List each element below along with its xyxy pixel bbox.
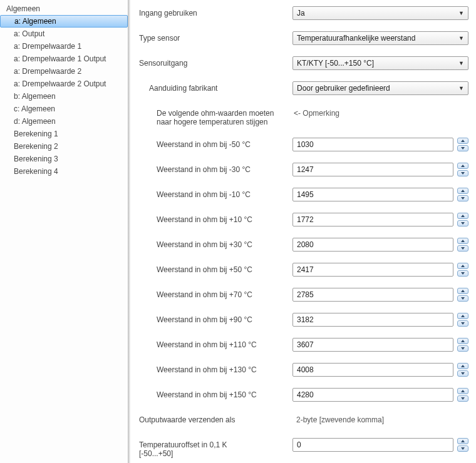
spinner-down-button[interactable] (457, 445, 468, 452)
label-resistance: Weerstand in ohm bij +50 °C (139, 263, 292, 274)
input-resistance[interactable]: 1772 (292, 213, 453, 226)
spinner-resistance (457, 213, 468, 226)
dropdown-value: Ja (297, 9, 305, 18)
chevron-down-icon: ▼ (458, 60, 464, 66)
spinner-up-button[interactable] (457, 213, 468, 219)
dropdown-sensoruitgang[interactable]: KT/KTY [-50...+150 °C] ▼ (292, 56, 468, 70)
resistance-row: Weerstand in ohm bij +130 °C4008 (139, 363, 468, 377)
sidebar-item[interactable]: a: Drempelwaarde 1 (0, 40, 128, 53)
sidebar-item[interactable]: Berekening 3 (0, 153, 128, 165)
spinner-resistance (457, 338, 468, 352)
resistance-row: Weerstand in ohm bij +50 °C2417 (139, 263, 468, 277)
label-resistance: Weerstand in ohm bij +10 °C (139, 213, 292, 224)
sidebar-item[interactable]: a: Drempelwaarde 2 (0, 65, 128, 78)
sidebar-item[interactable]: a: Drempelwaarde 1 Output (0, 53, 128, 65)
sidebar-item[interactable]: Algemeen (0, 3, 128, 15)
label-resistance: Weerstand in ohm bij +150 °C (139, 388, 292, 399)
spinner-down-button[interactable] (457, 320, 468, 327)
sidebar: Algemeena: Algemeena: Outputa: Drempelwa… (0, 0, 128, 463)
label-offset: Temperatuuroffset in 0,1 K [-50...+50] (139, 438, 292, 458)
input-resistance[interactable]: 3182 (292, 313, 453, 327)
spinner-down-button[interactable] (457, 395, 468, 402)
spinner-up-button[interactable] (457, 438, 468, 444)
dropdown-type-sensor[interactable]: Temperatuurafhankelijke weerstand ▼ (292, 31, 468, 45)
spinner-up-button[interactable] (457, 363, 468, 369)
label-ingang: Ingang gebruiken (139, 6, 292, 18)
resistance-row: Weerstand in ohm bij +150 °C4280 (139, 388, 468, 402)
spinner-up-button[interactable] (457, 388, 468, 394)
dropdown-fabrikant[interactable]: Door gebruiker gedefinieerd ▼ (292, 81, 468, 95)
dropdown-value: Door gebruiker gedefinieerd (297, 84, 390, 93)
label-resistance: Weerstand in ohm bij -50 °C (139, 138, 292, 149)
input-resistance[interactable]: 2785 (292, 288, 453, 302)
input-resistance[interactable]: 2417 (292, 263, 453, 277)
spinner-down-button[interactable] (457, 270, 468, 277)
sidebar-item[interactable]: a: Drempelwaarde 2 Output (0, 78, 128, 90)
resistance-row: Weerstand in ohm bij +30 °C2080 (139, 238, 468, 252)
input-resistance[interactable]: 1495 (292, 188, 453, 201)
resistance-row: Weerstand in ohm bij +90 °C3182 (139, 313, 468, 327)
spinner-resistance (457, 163, 468, 176)
sidebar-item[interactable]: a: Algemeen (0, 15, 128, 28)
spinner-up-button[interactable] (457, 188, 468, 194)
spinner-up-button[interactable] (457, 313, 468, 319)
output-value-text: 2-byte [zwevende komma] (292, 413, 468, 427)
app-root: Algemeena: Algemeena: Outputa: Drempelwa… (0, 0, 476, 463)
chevron-down-icon: ▼ (458, 35, 464, 41)
spinner-down-button[interactable] (457, 170, 468, 176)
label-resistance: Weerstand in ohm bij -10 °C (139, 188, 292, 199)
spinner-resistance (457, 313, 468, 327)
spinner-down-button[interactable] (457, 220, 468, 226)
dropdown-value: KT/KTY [-50...+150 °C] (297, 59, 374, 68)
sidebar-item[interactable]: c: Algemeen (0, 103, 128, 115)
spinner-up-button[interactable] (457, 288, 468, 294)
label-resistance: Weerstand in ohm bij -30 °C (139, 163, 292, 174)
label-resistance: Weerstand in ohm bij +110 °C (139, 338, 292, 349)
sidebar-item[interactable]: Berekening 4 (0, 165, 128, 178)
spinner-up-button[interactable] (457, 238, 468, 244)
input-resistance[interactable]: 2080 (292, 238, 453, 252)
spinner-resistance (457, 263, 468, 277)
spinner-resistance (457, 238, 468, 252)
sidebar-item[interactable]: a: Output (0, 28, 128, 40)
spinner-resistance (457, 363, 468, 377)
chevron-down-icon: ▼ (458, 10, 464, 16)
sidebar-item[interactable]: Berekening 1 (0, 128, 128, 140)
spinner-up-button[interactable] (457, 138, 468, 144)
resistance-row: Weerstand in ohm bij -50 °C1030 (139, 138, 468, 151)
sidebar-item[interactable]: Berekening 2 (0, 140, 128, 153)
label-resistance: Weerstand in ohm bij +70 °C (139, 288, 292, 299)
spinner-up-button[interactable] (457, 338, 468, 344)
input-resistance[interactable]: 3607 (292, 338, 453, 352)
input-offset[interactable]: 0 (292, 438, 453, 452)
dropdown-ingang[interactable]: Ja ▼ (292, 6, 468, 20)
spinner-down-button[interactable] (457, 195, 468, 201)
spinner-up-button[interactable] (457, 263, 468, 269)
main-panel: Ingang gebruiken Ja ▼ Type sensor Temper… (130, 0, 476, 463)
dropdown-value: Temperatuurafhankelijke weerstand (297, 34, 415, 43)
input-resistance[interactable]: 1030 (292, 138, 453, 151)
spinner-down-button[interactable] (457, 370, 468, 377)
input-resistance[interactable]: 4008 (292, 363, 453, 377)
spinner-resistance (457, 388, 468, 402)
spinner-down-button[interactable] (457, 295, 468, 302)
label-resistance: Weerstand in ohm bij +30 °C (139, 238, 292, 249)
resistance-row: Weerstand in ohm bij -30 °C1247 (139, 163, 468, 176)
label-note: De volgende ohm-waarden moeten naar hoge… (139, 106, 292, 126)
spinner-up-button[interactable] (457, 163, 468, 169)
label-fabrikant: Aanduiding fabrikant (139, 81, 292, 93)
spinner-down-button[interactable] (457, 145, 468, 151)
sidebar-item[interactable]: b: Algemeen (0, 90, 128, 103)
input-resistance[interactable]: 4280 (292, 388, 453, 402)
spinner-down-button[interactable] (457, 245, 468, 252)
spinner-down-button[interactable] (457, 345, 468, 352)
spinner-resistance (457, 288, 468, 302)
resistance-row: Weerstand in ohm bij +70 °C2785 (139, 288, 468, 302)
label-resistance: Weerstand in ohm bij +130 °C (139, 363, 292, 374)
label-sensoruitgang: Sensoruitgang (139, 56, 292, 68)
resistance-row: Weerstand in ohm bij +10 °C1772 (139, 213, 468, 226)
label-resistance: Weerstand in ohm bij +90 °C (139, 313, 292, 324)
input-resistance[interactable]: 1247 (292, 163, 453, 176)
sidebar-item[interactable]: d: Algemeen (0, 115, 128, 128)
chevron-down-icon: ▼ (458, 85, 464, 91)
